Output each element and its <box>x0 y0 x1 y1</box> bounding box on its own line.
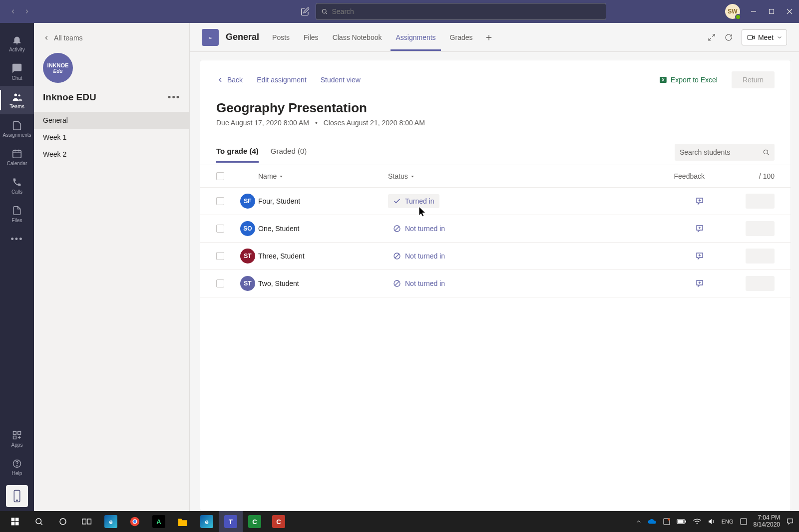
taskbar-cortana[interactable] <box>51 511 75 532</box>
channel-item[interactable]: Week 1 <box>34 129 189 146</box>
tray-wifi-icon[interactable] <box>693 518 702 525</box>
search-students-box[interactable]: Search students <box>675 144 775 161</box>
score-input[interactable] <box>746 249 775 264</box>
export-label: Export to Excel <box>671 76 718 84</box>
refresh-icon[interactable] <box>725 33 733 41</box>
taskbar-app-edge2[interactable]: e <box>195 511 219 532</box>
tray-ime-icon[interactable] <box>740 518 748 526</box>
rail-activity[interactable]: Activity <box>0 29 34 57</box>
assignment-card: Back Edit assignment Student view X Expo… <box>200 60 791 511</box>
channel-tab[interactable]: Posts <box>270 24 292 50</box>
rail-help[interactable]: Help <box>0 453 34 481</box>
window-maximize-button[interactable] <box>767 7 776 16</box>
avatar-initials: SW <box>728 8 737 15</box>
feedback-button[interactable] <box>695 224 705 234</box>
taskbar-app-unknown1[interactable]: A <box>147 511 171 532</box>
taskbar-app-chrome[interactable] <box>123 511 147 532</box>
rail-label: Calendar <box>7 161 27 166</box>
status-pill[interactable]: Turned in <box>388 194 439 208</box>
svg-rect-50 <box>15 522 19 526</box>
rail-chat[interactable]: Chat <box>0 57 34 86</box>
start-button[interactable] <box>3 511 27 532</box>
status-pill[interactable]: Not turned in <box>388 276 450 290</box>
taskbar-app-explorer[interactable] <box>171 511 195 532</box>
channel-tab[interactable]: Grades <box>448 24 475 50</box>
svg-line-40 <box>395 254 399 258</box>
col-header-name[interactable]: Name <box>258 172 388 180</box>
taskbar-app-camtasia1[interactable]: C <box>243 511 267 532</box>
row-checkbox[interactable] <box>216 197 224 205</box>
tray-onedrive-icon[interactable] <box>648 519 657 525</box>
rail-teams[interactable]: Teams <box>0 86 34 114</box>
row-checkbox[interactable] <box>216 279 224 287</box>
feedback-button[interactable] <box>695 196 705 206</box>
tray-update-icon[interactable] <box>663 518 671 526</box>
rail-apps[interactable]: Apps <box>0 424 34 453</box>
team-more-button[interactable]: ••• <box>168 92 180 103</box>
row-checkbox[interactable] <box>216 252 224 260</box>
tray-clock[interactable]: 7:04 PM 8/14/2020 <box>754 515 780 529</box>
taskbar-app-edge[interactable]: e <box>99 511 123 532</box>
tray-volume-icon[interactable] <box>708 518 716 526</box>
tray-language-icon[interactable]: ENG <box>722 519 734 525</box>
add-tab-button[interactable]: ＋ <box>482 30 496 44</box>
window-minimize-button[interactable] <box>749 7 758 16</box>
rail-assignments[interactable]: Assignments <box>0 114 34 143</box>
window-close-button[interactable] <box>785 7 794 16</box>
bell-icon <box>11 34 23 46</box>
export-excel-link[interactable]: X Export to Excel <box>659 75 718 84</box>
rail-files[interactable]: Files <box>0 200 34 228</box>
nav-back-button[interactable] <box>8 6 18 16</box>
student-row[interactable]: STTwo, StudentNot turned in <box>200 270 791 297</box>
edit-assignment-link[interactable]: Edit assignment <box>257 76 307 84</box>
student-name: One, Student <box>258 225 300 233</box>
score-input[interactable] <box>746 221 775 236</box>
tab-to-grade[interactable]: To grade (4) <box>216 147 259 162</box>
expand-icon[interactable] <box>708 33 716 41</box>
tray-battery-icon[interactable] <box>677 519 687 525</box>
back-link[interactable]: Back <box>216 76 243 84</box>
rail-calendar[interactable]: Calendar <box>0 143 34 171</box>
nav-forward-button[interactable] <box>22 6 32 16</box>
taskbar-search[interactable] <box>27 511 51 532</box>
score-input[interactable] <box>746 276 775 291</box>
taskbar-taskview[interactable] <box>75 511 99 532</box>
compose-icon[interactable] <box>301 7 310 16</box>
svg-line-30 <box>768 154 769 155</box>
student-row[interactable]: STThree, StudentNot turned in <box>200 243 791 270</box>
channel-tab[interactable]: Assignments <box>394 24 437 50</box>
feedback-button[interactable] <box>695 251 705 261</box>
search-box[interactable] <box>316 3 606 20</box>
tray-chevron-icon[interactable] <box>636 519 642 525</box>
student-view-link[interactable]: Student view <box>321 76 361 84</box>
apps-icon <box>11 429 23 441</box>
taskbar-app-camtasia2[interactable]: C <box>267 511 291 532</box>
rail-calls[interactable]: Calls <box>0 171 34 200</box>
all-teams-link[interactable]: All teams <box>34 30 189 46</box>
select-all-checkbox[interactable] <box>216 172 224 180</box>
status-pill[interactable]: Not turned in <box>388 222 450 236</box>
user-avatar[interactable]: SW <box>725 4 740 19</box>
student-row[interactable]: SOOne, StudentNot turned in <box>200 215 791 243</box>
channel-tab[interactable]: Files <box>302 24 321 50</box>
channel-tab[interactable]: Class Notebook <box>331 24 384 50</box>
status-pill[interactable]: Not turned in <box>388 249 450 263</box>
meet-button[interactable]: Meet <box>742 29 787 45</box>
tab-graded[interactable]: Graded (0) <box>271 147 307 162</box>
taskbar-app-teams[interactable]: T <box>219 511 243 532</box>
col-header-status[interactable]: Status <box>388 172 558 180</box>
team-avatar[interactable]: INKNOE Edu <box>43 53 73 83</box>
channel-item[interactable]: Week 2 <box>34 146 189 163</box>
feedback-button[interactable] <box>695 278 705 288</box>
channel-item[interactable]: General <box>34 112 189 129</box>
row-checkbox[interactable] <box>216 225 224 233</box>
rail-more[interactable]: ••• <box>0 228 34 250</box>
student-row[interactable]: SFFour, StudentTurned in <box>200 188 791 215</box>
score-input[interactable] <box>746 194 775 209</box>
col-header-feedback: Feedback <box>558 172 725 180</box>
svg-point-7 <box>18 94 20 96</box>
rail-mobile-button[interactable] <box>6 485 28 507</box>
tray-action-center-icon[interactable] <box>786 518 794 526</box>
search-input[interactable] <box>332 7 601 15</box>
svg-rect-8 <box>13 151 21 158</box>
